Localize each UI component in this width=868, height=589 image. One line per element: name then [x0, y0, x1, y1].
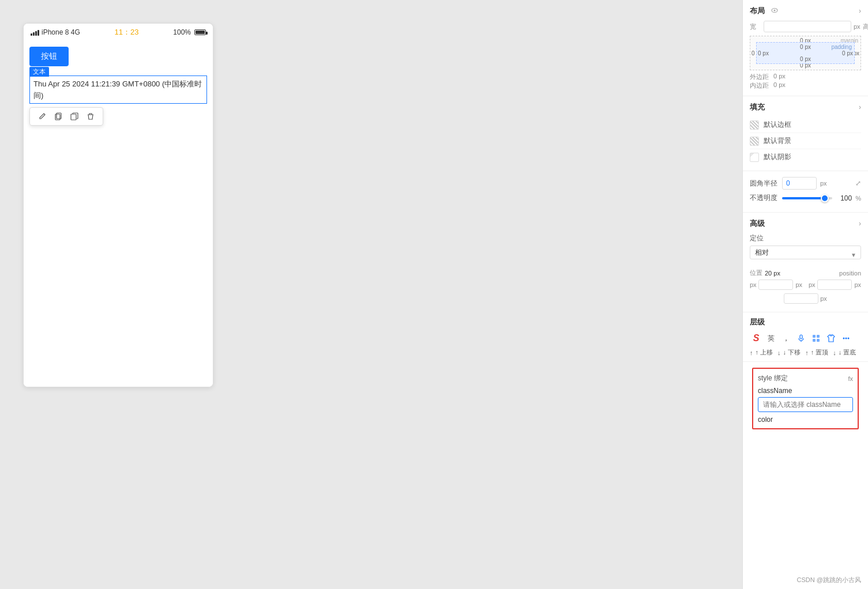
inner-padding-box: 0 px 0 px 0 px 0 px padding	[756, 42, 855, 64]
bg-preview	[750, 137, 759, 146]
eye-icon[interactable]	[771, 6, 779, 16]
right-panel: 布局 › 宽 px 高 px 0 px 0 px	[742, 0, 868, 589]
classname-input[interactable]	[758, 397, 853, 412]
phone-button[interactable]: 按钮	[29, 47, 69, 66]
down-icon: ↓	[777, 349, 781, 356]
delete-button[interactable]	[83, 110, 98, 123]
percent-icon: %	[855, 195, 861, 202]
opacity-slider[interactable]	[782, 197, 832, 199]
signal-icon	[31, 29, 39, 36]
opacity-value: 100	[836, 194, 852, 202]
position-label: 定位	[750, 233, 861, 243]
svg-rect-5	[800, 335, 802, 339]
layer-actions-row: ↑ ↑ 上移 ↓ ↓ 下移 ↑ ↑ 置顶 ↓ ↓ 置底	[750, 348, 861, 357]
classname-label: className	[758, 387, 853, 395]
position-inputs-row: px px px px	[750, 280, 861, 290]
bg-fill-item: 默认背景	[750, 133, 861, 149]
top-icon: ↑	[805, 349, 809, 356]
battery-percent: 100%	[173, 28, 191, 36]
layer-section: 层级 S 英 ，	[743, 312, 868, 362]
svg-rect-2	[71, 114, 76, 120]
box-model: 0 px 0 px 0 px 0 px margin 0 px 0 px 0 p…	[750, 36, 861, 70]
move-up-button[interactable]: ↑ ↑ 上移	[750, 348, 773, 357]
corner-radius-row: 圆角半径 px ⤢	[750, 177, 861, 190]
svg-rect-9	[813, 339, 816, 342]
comma-icon[interactable]: ，	[780, 332, 792, 345]
outer-margin-value: 0 px	[773, 73, 786, 81]
layer-icons-row: S 英 ，	[750, 332, 861, 345]
to-bottom-button[interactable]: ↓ ↓ 置底	[833, 348, 856, 357]
csdn-footer: CSDN @跳跳的小古风	[797, 576, 861, 584]
ying-icon[interactable]: 英	[765, 332, 777, 345]
width-height-row: 宽 px 高 px	[750, 21, 861, 32]
grid-icon[interactable]	[810, 332, 822, 345]
phone-text-element[interactable]: 文本 Thu Apr 25 2024 11:21:39 GMT+0800 (中国…	[29, 75, 207, 104]
text-element-content: Thu Apr 25 2024 11:21:39 GMT+0800 (中国标准时…	[33, 78, 203, 101]
advanced-chevron-icon[interactable]: ›	[859, 220, 861, 228]
border-label: 默认边框	[764, 120, 791, 130]
phone-content: 按钮 文本 Thu Apr 25 2024 11:21:39 GMT+0800 …	[24, 41, 213, 387]
style-header: style 绑定 fx	[758, 373, 853, 383]
mic-icon[interactable]	[795, 332, 807, 345]
pos-px-label2: px	[795, 281, 802, 288]
style-section: style 绑定 fx className color	[752, 368, 859, 429]
bottom-label: ↓ 置底	[839, 348, 856, 357]
corner-unit: px	[820, 180, 827, 187]
pos-px-label1: px	[750, 281, 757, 288]
duplicate-button[interactable]	[67, 110, 82, 123]
opacity-thumb[interactable]	[821, 194, 829, 202]
shirt-icon[interactable]	[825, 332, 837, 345]
width-input[interactable]	[764, 21, 851, 32]
pos-y-input[interactable]	[817, 280, 852, 290]
pos-bottom-unit: px	[820, 295, 827, 302]
position-select[interactable]: 相对 绝对 固定	[750, 246, 861, 259]
fill-title: 填充	[750, 102, 765, 112]
svg-point-11	[843, 338, 845, 339]
element-toolbar	[29, 107, 103, 126]
status-right: 100%	[173, 28, 206, 36]
fill-chevron-icon[interactable]: ›	[859, 103, 861, 111]
advanced-title: 高级	[750, 218, 765, 229]
move-down-button[interactable]: ↓ ↓ 下移	[777, 348, 801, 357]
text-element-label: 文本	[29, 67, 49, 77]
copy-button[interactable]	[51, 110, 66, 123]
edit-button[interactable]	[35, 110, 50, 123]
location-value: 20 px	[765, 270, 837, 277]
border-fill-item: 默认边框	[750, 117, 861, 133]
inner-padding-label: 内边距	[750, 81, 769, 90]
phone-status-bar: iPhone 8 4G 11：23 100%	[24, 24, 213, 41]
corner-radius-input[interactable]	[782, 177, 817, 190]
advanced-header: 高级 ›	[750, 218, 861, 229]
layout-header: 布局 ›	[750, 6, 861, 16]
expand-icon[interactable]: ⤢	[855, 179, 861, 187]
to-top-button[interactable]: ↑ ↑ 置顶	[805, 348, 828, 357]
outer-margin-label: 外边距	[750, 73, 769, 81]
bg-label: 默认背景	[764, 136, 791, 146]
comma-label: ，	[782, 333, 790, 343]
shadow-fill-item: 默认阴影	[750, 149, 861, 165]
pos-bottom-row: px	[750, 293, 861, 304]
width-label: 宽	[750, 22, 761, 31]
fx-button[interactable]: fx	[848, 375, 853, 382]
pos-px-label3: px	[809, 281, 816, 288]
position-value-row: 位置 20 px position	[750, 269, 861, 277]
ying-label: 英	[768, 334, 775, 343]
layer-title: 层级	[750, 317, 861, 327]
layout-chevron-icon[interactable]: ›	[859, 7, 861, 15]
opacity-row: 不透明度 100 %	[750, 193, 861, 203]
pos-x-input[interactable]	[758, 280, 793, 290]
opacity-label: 不透明度	[750, 193, 779, 203]
svg-rect-8	[817, 335, 820, 338]
dots-icon[interactable]	[840, 332, 852, 345]
advanced-section: 高级 › 定位 相对 绝对 固定 ▼ 位置 20 px position px …	[743, 213, 868, 312]
svg-point-12	[846, 338, 847, 339]
position-text: position	[839, 270, 861, 277]
battery-icon	[194, 29, 206, 35]
up-label: ↑ 上移	[756, 348, 773, 357]
svg-rect-10	[817, 339, 820, 342]
down-label: ↓ 下移	[783, 348, 801, 357]
s-logo-icon: S	[750, 332, 762, 345]
color-label: color	[758, 416, 853, 424]
pos-bottom-input[interactable]	[784, 293, 818, 304]
svg-rect-7	[813, 335, 816, 338]
